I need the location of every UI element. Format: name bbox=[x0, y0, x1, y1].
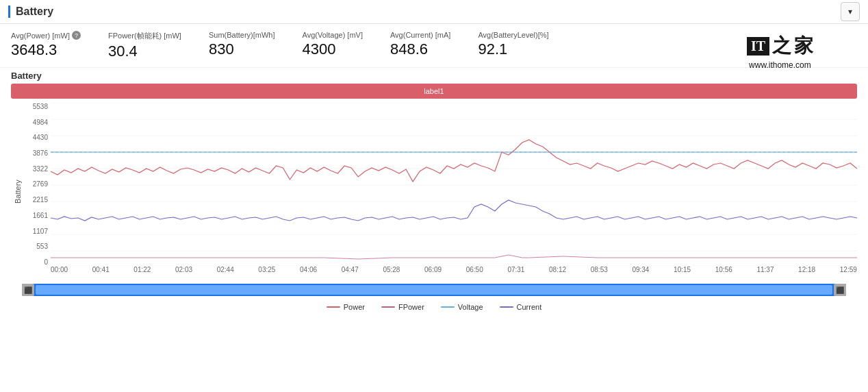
legend-line-color bbox=[441, 306, 455, 308]
x-tick: 07:31 bbox=[507, 266, 524, 273]
legend-item-label: Voltage bbox=[458, 303, 483, 311]
dropdown-button[interactable]: ▾ bbox=[841, 2, 860, 21]
stats-row: Avg(Power) [mW]?3648.3FPower(帧能耗) [mW]30… bbox=[0, 24, 868, 68]
stat-value-3: 4300 bbox=[303, 40, 363, 58]
y-tick: 1661 bbox=[23, 212, 51, 219]
info-icon: ? bbox=[72, 31, 81, 40]
y-tick: 4984 bbox=[23, 119, 51, 126]
legend-item-0: Power bbox=[327, 303, 365, 311]
x-tick: 08:53 bbox=[591, 266, 608, 273]
x-tick: 12:59 bbox=[840, 266, 857, 273]
stat-item-2: Sum(Battery)[mWh]830 bbox=[209, 31, 275, 58]
handle-right-icon: ⬛ bbox=[836, 286, 844, 294]
x-tick: 04:47 bbox=[342, 266, 359, 273]
legend-item-label: FPower bbox=[398, 303, 424, 311]
x-tick: 05:28 bbox=[383, 266, 400, 273]
legend-item-3: Current bbox=[500, 303, 542, 311]
panel-header: Battery ▾ bbox=[0, 0, 868, 24]
zhi-char: 之 bbox=[772, 33, 791, 59]
chart-area: 5538498444303876332227692215166111075530 bbox=[23, 103, 857, 281]
chevron-down-icon: ▾ bbox=[848, 7, 852, 16]
handle-left-icon: ⬛ bbox=[24, 286, 32, 294]
y-tick: 2769 bbox=[23, 180, 51, 188]
ithome-url: www.ithome.com bbox=[747, 60, 813, 70]
stat-item-5: Avg(BatteryLevel)[%]92.1 bbox=[478, 31, 548, 58]
x-tick: 10:56 bbox=[715, 266, 732, 273]
x-tick: 09:34 bbox=[632, 266, 649, 273]
it-text: IT bbox=[747, 37, 769, 56]
legend-line-color bbox=[500, 306, 513, 308]
y-ticks: 5538498444303876332227692215166111075530 bbox=[23, 103, 51, 266]
legend-item-label: Power bbox=[344, 303, 365, 311]
y-tick: 0 bbox=[23, 258, 51, 266]
y-tick: 553 bbox=[23, 243, 51, 250]
x-tick: 10:15 bbox=[674, 266, 691, 273]
stat-item-3: Avg(Voltage) [mV]4300 bbox=[303, 31, 363, 58]
stat-label-1: FPower(帧能耗) [mW] bbox=[108, 31, 181, 41]
scrollbar-track[interactable] bbox=[36, 285, 832, 295]
stat-label-4: Avg(Current) [mA] bbox=[390, 31, 450, 39]
y-tick: 5538 bbox=[23, 103, 51, 110]
legend-bar-label: label1 bbox=[424, 87, 444, 95]
stat-value-0: 3648.3 bbox=[11, 41, 81, 59]
legend-item-2: Voltage bbox=[441, 303, 483, 311]
ithome-logo: IT 之 家 www.ithome.com bbox=[747, 33, 813, 70]
x-tick: 11:37 bbox=[756, 266, 774, 273]
y-tick: 1107 bbox=[23, 228, 51, 235]
stat-item-1: FPower(帧能耗) [mW]30.4 bbox=[108, 31, 181, 60]
x-tick: 01:22 bbox=[133, 266, 151, 273]
x-tick: 06:09 bbox=[424, 266, 442, 273]
x-tick: 00:41 bbox=[92, 266, 110, 273]
stat-item-0: Avg(Power) [mW]?3648.3 bbox=[11, 31, 81, 59]
stat-value-1: 30.4 bbox=[108, 42, 181, 60]
stat-label-3: Avg(Voltage) [mV] bbox=[303, 31, 363, 39]
x-tick: 00:00 bbox=[51, 266, 68, 273]
x-tick: 06:50 bbox=[466, 266, 483, 273]
x-tick: 04:06 bbox=[300, 266, 317, 273]
chart-section: Battery label1 Battery 55384984443038763… bbox=[0, 68, 868, 315]
y-tick: 3876 bbox=[23, 149, 51, 157]
chart-svg bbox=[51, 103, 857, 266]
x-tick: 08:12 bbox=[549, 266, 566, 273]
y-tick: 2215 bbox=[23, 196, 51, 204]
scrollbar[interactable]: ⬛ ⬛ bbox=[22, 284, 846, 296]
stat-label-0: Avg(Power) [mW]? bbox=[11, 31, 81, 40]
scrollbar-left-handle[interactable]: ⬛ bbox=[22, 284, 34, 296]
scrollbar-right-handle[interactable]: ⬛ bbox=[834, 284, 846, 296]
chart-title: Battery bbox=[11, 71, 857, 81]
home-char: 家 bbox=[794, 33, 813, 59]
x-tick: 12:18 bbox=[798, 266, 815, 273]
stat-value-2: 830 bbox=[209, 40, 275, 58]
x-tick: 02:44 bbox=[217, 266, 234, 273]
bottom-legend: PowerFPowerVoltageCurrent bbox=[11, 299, 857, 315]
x-tick: 02:03 bbox=[175, 266, 192, 273]
y-axis-label: Battery bbox=[11, 103, 23, 281]
x-axis: 00:0000:4101:2202:0302:4403:2504:0604:47… bbox=[51, 266, 857, 281]
legend-line-color bbox=[327, 306, 340, 308]
legend-bar: label1 bbox=[11, 84, 857, 99]
stat-value-5: 92.1 bbox=[478, 40, 548, 58]
stat-item-4: Avg(Current) [mA]848.6 bbox=[390, 31, 450, 58]
chart-wrapper: Battery 55384984443038763322276922151661… bbox=[11, 103, 857, 281]
legend-item-label: Current bbox=[517, 303, 542, 311]
stat-value-4: 848.6 bbox=[390, 40, 450, 58]
stat-label-5: Avg(BatteryLevel)[%] bbox=[478, 31, 548, 39]
x-tick: 03:25 bbox=[258, 266, 275, 273]
y-tick: 3322 bbox=[23, 165, 51, 173]
legend-line-color bbox=[381, 306, 395, 308]
main-container: Battery ▾ Avg(Power) [mW]?3648.3FPower(帧… bbox=[0, 0, 868, 392]
y-tick: 4430 bbox=[23, 134, 51, 141]
stat-label-2: Sum(Battery)[mWh] bbox=[209, 31, 275, 39]
legend-item-1: FPower bbox=[381, 303, 424, 311]
panel-title: Battery bbox=[8, 5, 53, 18]
